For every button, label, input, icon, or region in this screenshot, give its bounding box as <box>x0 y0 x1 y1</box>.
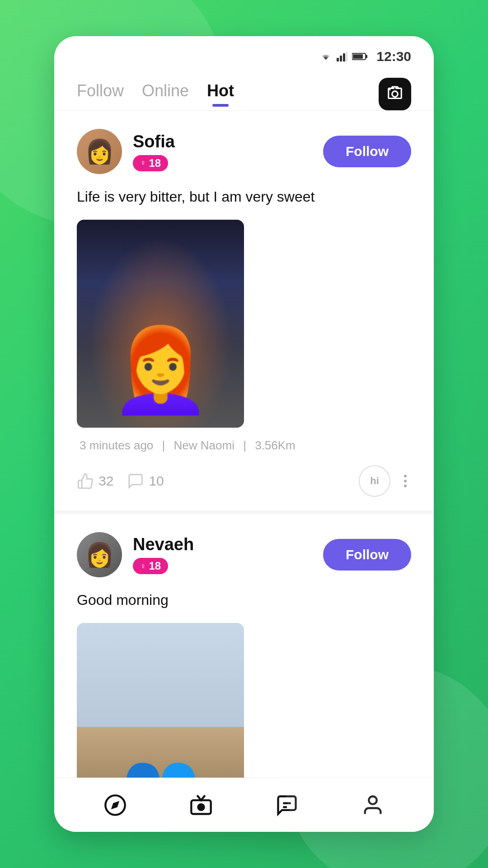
comment-count-sofia: 10 <box>149 473 164 489</box>
svg-rect-5 <box>366 55 367 58</box>
meta-separator-1: | <box>162 439 165 452</box>
hi-button-sofia[interactable]: hi <box>359 465 390 497</box>
top-nav: Follow Online Hot <box>54 69 434 110</box>
username-nevaeh: Nevaeh <box>133 535 323 554</box>
user-info-sofia: Sofia ♀ 18 <box>133 132 323 171</box>
more-dot-1 <box>404 475 407 477</box>
follow-button-nevaeh[interactable]: Follow <box>323 539 411 571</box>
badge-num-nevaeh: 18 <box>149 560 161 572</box>
bottom-nav <box>54 778 434 832</box>
svg-rect-0 <box>337 58 339 61</box>
username-sofia: Sofia <box>133 132 323 151</box>
svg-rect-6 <box>353 54 363 59</box>
nav-profile[interactable] <box>347 789 398 821</box>
badge-sofia: ♀ 18 <box>133 155 168 171</box>
like-button-sofia[interactable]: 32 <box>77 472 127 490</box>
profile-icon <box>361 793 385 817</box>
status-bar: 12:30 <box>54 36 434 69</box>
battery-icon <box>352 52 368 61</box>
comment-button-sofia[interactable]: 10 <box>127 472 177 490</box>
camera-button[interactable] <box>379 78 411 110</box>
follow-button-sofia[interactable]: Follow <box>323 136 411 167</box>
status-icons: 12:30 <box>319 49 411 64</box>
svg-point-11 <box>198 804 204 810</box>
more-button-sofia[interactable] <box>399 475 411 487</box>
more-dot-2 <box>404 480 407 482</box>
user-info-nevaeh: Nevaeh ♀ 18 <box>133 535 323 574</box>
badge-nevaeh: ♀ 18 <box>133 558 168 574</box>
hi-label: hi <box>370 475 379 487</box>
post-header-sofia: Sofia ♀ 18 Follow <box>77 129 411 174</box>
nav-explore[interactable] <box>90 789 141 821</box>
post-image-sofia[interactable] <box>77 220 244 428</box>
post-time-sofia: 3 minutes ago <box>80 439 153 452</box>
camera-icon <box>386 85 404 103</box>
badge-num-sofia: 18 <box>149 157 161 170</box>
post-header-nevaeh: Nevaeh ♀ 18 Follow <box>77 532 411 577</box>
like-count-sofia: 32 <box>99 473 113 489</box>
svg-rect-2 <box>343 53 345 61</box>
avatar-nevaeh[interactable] <box>77 532 122 577</box>
chat-icon <box>275 793 299 817</box>
like-icon <box>77 472 94 490</box>
post-meta-sofia: 3 minutes ago | New Naomi | 3.56Km <box>77 439 411 453</box>
post-sofia: Sofia ♀ 18 Follow Life is very bitter, b… <box>54 111 434 514</box>
svg-marker-9 <box>111 801 119 809</box>
post-actions-sofia: 32 10 hi <box>77 465 411 497</box>
nav-watch[interactable] <box>176 789 226 821</box>
status-time: 12:30 <box>376 49 411 64</box>
meta-separator-2: | <box>243 439 246 452</box>
tab-hot[interactable]: Hot <box>207 81 234 107</box>
tab-online[interactable]: Online <box>142 81 189 107</box>
tab-follow[interactable]: Follow <box>77 81 124 107</box>
avatar-sofia[interactable] <box>77 129 122 174</box>
watch-icon <box>189 793 213 817</box>
badge-icon-sofia: ♀ <box>140 158 146 168</box>
svg-point-14 <box>369 796 376 804</box>
feed: Sofia ♀ 18 Follow Life is very bitter, b… <box>54 111 434 832</box>
svg-rect-1 <box>340 56 342 61</box>
svg-point-7 <box>389 89 390 90</box>
comment-icon <box>127 472 144 490</box>
badge-icon-nevaeh: ♀ <box>140 561 146 571</box>
wifi-icon <box>319 52 332 61</box>
more-dot-3 <box>404 485 407 487</box>
post-distance-sofia: 3.56Km <box>255 439 296 452</box>
post-location-sofia: New Naomi <box>174 439 235 452</box>
svg-rect-3 <box>346 52 347 61</box>
caption-sofia: Life is very bitter, but I am very sweet <box>77 187 411 207</box>
phone-card: 12:30 Follow Online Hot Sofia ♀ <box>54 36 434 832</box>
explore-icon <box>103 793 127 817</box>
signal-icon <box>337 52 347 61</box>
nav-chat[interactable] <box>262 789 312 821</box>
caption-nevaeh: Good morning <box>77 590 411 610</box>
